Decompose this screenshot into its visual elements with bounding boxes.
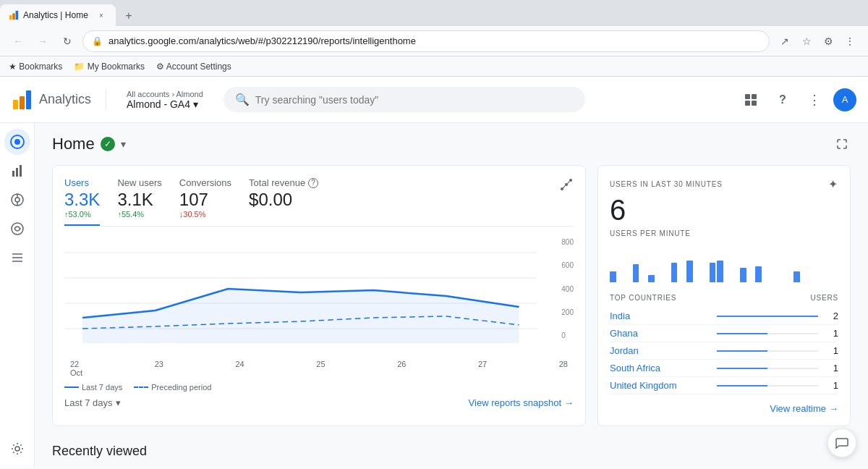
realtime-count: 6 <box>610 194 838 227</box>
browser-tab[interactable]: Analytics | Home × <box>0 4 116 26</box>
realtime-arrow-icon: → <box>829 403 838 414</box>
mini-bar <box>648 275 655 282</box>
svg-point-16 <box>15 198 20 202</box>
legend-current-label: Last 7 days <box>82 383 122 392</box>
country-name[interactable]: Jordan <box>610 345 711 356</box>
country-bar <box>717 368 767 369</box>
mini-bar <box>671 263 678 283</box>
tab-close-btn[interactable]: × <box>95 9 107 21</box>
line-chart <box>64 238 574 354</box>
view-reports-link[interactable]: View reports snapshot → <box>469 397 574 408</box>
country-bar-container <box>717 333 818 334</box>
svg-point-23 <box>15 447 20 451</box>
sidebar-item-advertising[interactable] <box>4 216 30 242</box>
date-range-selector[interactable]: Last 7 days ▾ <box>64 397 121 408</box>
more-options-btn[interactable]: ⋮ <box>801 87 827 113</box>
current-line-indicator <box>64 386 79 388</box>
home-icon <box>10 135 25 149</box>
url-text: analytics.google.com/analytics/web/#/p30… <box>109 35 760 46</box>
country-name[interactable]: Ghana <box>610 328 711 339</box>
country-bar-container <box>717 385 818 386</box>
nav-actions: ↗ ☆ ⚙ ⋮ <box>775 32 859 51</box>
new-users-change: ↑55.4% <box>117 210 161 219</box>
analytics-logo-text: Analytics <box>39 92 91 107</box>
country-row: South Africa 1 <box>610 360 838 377</box>
bookmarks-item-account[interactable]: ⚙ Account Settings <box>156 62 231 72</box>
mini-bar <box>717 261 723 282</box>
help-icon-btn[interactable]: ? <box>770 87 796 113</box>
menu-icon[interactable]: ⋮ <box>841 32 859 51</box>
legend-previous: Preceding period <box>134 383 211 392</box>
country-count: 1 <box>824 345 838 356</box>
chat-button[interactable] <box>827 428 856 457</box>
reload-btn[interactable]: ↻ <box>58 32 77 51</box>
forward-btn[interactable]: → <box>33 32 52 51</box>
recently-viewed-section: Recently viewed Reports snapshot yesterd… <box>52 444 851 468</box>
bookmark-icon[interactable]: ☆ <box>797 32 816 51</box>
svg-rect-12 <box>12 171 14 177</box>
account-selector: All accounts › Almond Almond - GA4 ▾ <box>127 90 203 110</box>
view-realtime-link[interactable]: View realtime → <box>610 403 838 414</box>
metric-tab-conversions[interactable]: Conversions 107 ↓30.5% <box>179 177 231 226</box>
countries-list: India 2 Ghana 1 Jordan 1 South Africa 1 … <box>610 308 838 394</box>
dashboard-grid: Users 3.3K ↑53.0% New users 3.1K ↑55.4% … <box>52 165 851 426</box>
country-name[interactable]: India <box>610 310 711 321</box>
users-label: Users <box>64 177 100 188</box>
page-title: Home ✓ ▾ <box>52 135 126 153</box>
back-btn[interactable]: ← <box>9 32 27 51</box>
sidebar-item-settings[interactable] <box>4 436 30 462</box>
apps-icon-btn[interactable] <box>738 87 764 113</box>
country-count: 1 <box>824 363 838 373</box>
search-input[interactable] <box>255 94 574 106</box>
svg-rect-6 <box>745 94 750 99</box>
sidebar-item-configure[interactable] <box>4 245 30 271</box>
country-bar <box>717 350 767 352</box>
bookmarks-item-my[interactable]: 📁 My Bookmarks <box>74 62 145 72</box>
country-row: Jordan 1 <box>610 342 838 360</box>
country-bar-container <box>717 350 818 352</box>
users-change: ↑53.0% <box>64 210 100 219</box>
extension-icon[interactable]: ⚙ <box>819 32 838 51</box>
share-icon[interactable]: ↗ <box>775 32 794 51</box>
app-header: Analytics All accounts › Almond Almond -… <box>0 77 868 123</box>
country-name[interactable]: United Kingdom <box>610 380 711 391</box>
svg-rect-3 <box>13 100 18 109</box>
user-avatar[interactable]: A <box>833 88 856 111</box>
ga-logo-icon <box>12 89 33 111</box>
lock-icon: 🔒 <box>92 36 103 46</box>
mini-bar <box>710 263 716 283</box>
svg-rect-4 <box>20 96 25 109</box>
country-bar <box>717 333 767 334</box>
mini-bar <box>610 271 616 282</box>
page-title-row: Home ✓ ▾ <box>52 135 851 153</box>
sidebar-item-reports[interactable] <box>4 158 30 184</box>
chat-icon <box>835 436 849 450</box>
metric-tab-revenue[interactable]: Total revenue ? $0.00 <box>249 177 318 226</box>
new-tab-btn[interactable]: + <box>119 6 139 26</box>
svg-rect-2 <box>16 11 19 20</box>
metric-tab-new-users[interactable]: New users 3.1K ↑55.4% <box>117 177 161 226</box>
realtime-title: USERS IN LAST 30 MINUTES ✦ <box>610 177 838 191</box>
sidebar-item-explore[interactable] <box>4 187 30 213</box>
sidebar-item-home[interactable] <box>4 129 30 155</box>
users-value: 3.3K <box>64 190 100 210</box>
metric-tab-users[interactable]: Users 3.3K ↑53.0% <box>64 177 100 226</box>
chart-options-btn[interactable] <box>559 177 574 226</box>
realtime-options-btn[interactable]: ✦ <box>828 177 838 191</box>
account-name-btn[interactable]: Almond - GA4 ▾ <box>127 98 203 110</box>
expand-btn[interactable] <box>833 135 851 153</box>
help-icon: ? <box>779 93 786 106</box>
address-bar[interactable]: 🔒 analytics.google.com/analytics/web/#/p… <box>82 30 770 52</box>
explore-icon <box>10 193 25 207</box>
ga-logo: Analytics <box>12 89 91 111</box>
new-users-value: 3.1K <box>117 190 161 210</box>
bookmarks-item-all[interactable]: ★ Bookmarks <box>9 62 62 72</box>
svg-point-19 <box>12 223 23 234</box>
country-name[interactable]: South Africa <box>610 363 711 373</box>
svg-rect-1 <box>12 13 15 20</box>
page-title-dropdown[interactable]: ▾ <box>121 138 126 150</box>
mini-bar <box>793 271 800 282</box>
recently-viewed-title: Recently viewed <box>52 444 851 459</box>
search-bar[interactable]: 🔍 <box>224 87 585 112</box>
app: Analytics All accounts › Almond Almond -… <box>0 77 868 468</box>
